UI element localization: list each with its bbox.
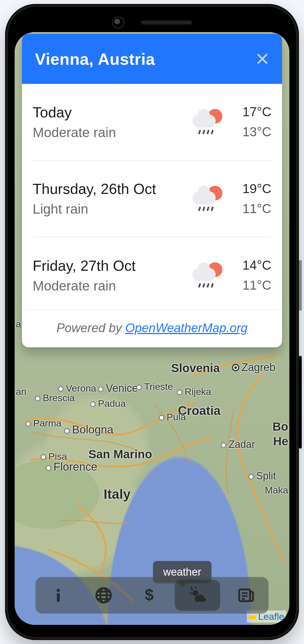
svg-point-6 [192, 590, 198, 596]
weather-card-header: Vienna, Austria [22, 34, 282, 84]
map-label-trieste: Trieste [136, 381, 173, 392]
news-icon [237, 587, 254, 604]
forecast-day-name: Today [33, 104, 187, 121]
forecast-day-desc: Moderate rain [33, 125, 187, 140]
info-button[interactable] [35, 577, 81, 614]
map-label-rijeka: Rijeka [177, 386, 211, 397]
news-button[interactable] [223, 577, 269, 614]
weather-card-footer: Powered by OpenWeatherMap.org [22, 309, 282, 347]
currency-button[interactable]: $ [126, 577, 172, 614]
forecast-low: 13°C [229, 122, 271, 142]
forecast-high: 17°C [229, 102, 271, 122]
map-label-an: an [16, 386, 26, 397]
earpiece-speaker [141, 21, 192, 24]
footer-prefix: Powered by [56, 321, 125, 335]
phone-screen: Slovenia Zagreb Croatia Venice Trieste R… [15, 32, 289, 625]
forecast-high: 14°C [229, 255, 271, 275]
map-label-bo: Bo [272, 420, 288, 433]
weather-location-title: Vienna, Austria [35, 50, 155, 68]
forecast-low: 11°C [229, 199, 271, 219]
svg-rect-11 [250, 592, 253, 601]
globe-icon [95, 587, 112, 604]
forecast-temps: 17°C 13°C [229, 102, 271, 142]
map-label-split: Split [248, 470, 276, 482]
front-camera [112, 16, 124, 29]
forecast-row: Today Moderate rain 17°C 13°C [33, 84, 271, 161]
map-label-zagreb: Zagreb [232, 361, 275, 374]
map-label-parma: Parma [25, 418, 61, 429]
forecast-day-name: Thursday, 26th Oct [33, 180, 187, 197]
forecast-list: Today Moderate rain 17°C 13°C [22, 84, 282, 309]
map-label-a: a [16, 319, 21, 330]
phone-notch [5, 16, 299, 29]
map-label-padua: Padua [90, 398, 126, 409]
svg-text:$: $ [145, 587, 154, 604]
map-label-pula: Pula [159, 412, 186, 422]
rain-sun-icon [193, 261, 223, 289]
map-label-italy: Italy [104, 486, 131, 502]
map-label-venice: Venice [98, 382, 138, 394]
svg-rect-1 [57, 593, 60, 602]
weather-button[interactable] [175, 580, 220, 611]
dollar-icon: $ [140, 587, 158, 604]
globe-button[interactable] [81, 577, 127, 614]
forecast-temps: 14°C 11°C [229, 255, 271, 296]
map-label-bologna: Bologna [64, 423, 113, 436]
close-icon[interactable] [256, 52, 269, 66]
map-label-he: He [273, 435, 288, 448]
info-icon [50, 587, 67, 604]
map-label-sanmarino: San Marino [88, 448, 152, 461]
forecast-day-desc: Light rain [33, 201, 187, 217]
map-label-maka: Maka [265, 485, 288, 496]
forecast-row: Friday, 27th Oct Moderate rain 14°C 11°C [33, 237, 271, 309]
forecast-row: Thursday, 26th Oct Light rain 19°C 11°C [33, 161, 271, 238]
forecast-high: 19°C [229, 179, 271, 199]
rain-sun-icon [193, 108, 223, 136]
svg-point-0 [57, 589, 60, 592]
bottom-toolbar: $ [35, 577, 269, 614]
weather-card: Vienna, Austria Today Moderate rain [22, 34, 282, 347]
svg-line-9 [191, 587, 192, 590]
map-label-florence: Florence [46, 460, 97, 473]
forecast-low: 11°C [229, 275, 271, 295]
map-label-brescia: Brescia [35, 392, 75, 403]
weather-icon [189, 587, 206, 604]
phone-frame: Slovenia Zagreb Croatia Venice Trieste R… [5, 4, 299, 640]
map-label-pisa: Pisa [41, 451, 67, 462]
forecast-temps: 19°C 11°C [229, 179, 271, 219]
map-label-zadar: Zadar [221, 439, 255, 450]
map-label-slovenia: Slovenia [171, 361, 220, 375]
forecast-day-desc: Moderate rain [33, 278, 187, 294]
openweathermap-link[interactable]: OpenWeatherMap.org [125, 321, 248, 335]
rain-sun-icon [193, 185, 223, 213]
forecast-day-name: Friday, 27th Oct [33, 257, 187, 274]
